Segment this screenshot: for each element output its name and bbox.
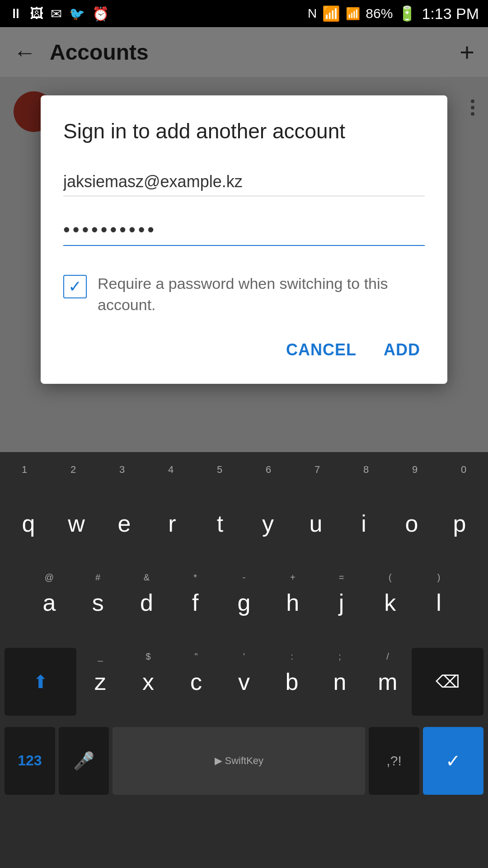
dialog-title: Sign in to add another account: [63, 118, 425, 145]
image-icon: 🖼: [30, 6, 43, 21]
key-hint-5: 5: [195, 458, 244, 481]
key-hint-7: 7: [293, 458, 342, 481]
space-key[interactable]: ▶ SwiftKey: [113, 727, 365, 795]
key-hint-4: 4: [146, 458, 195, 481]
key-m[interactable]: /m: [364, 648, 412, 716]
mail-icon: ✉: [51, 6, 62, 22]
require-password-checkbox[interactable]: ✓: [63, 275, 87, 298]
key-hint-0: 0: [439, 458, 488, 481]
status-time: 1:13 PM: [422, 5, 479, 23]
signal-icon: 📶: [346, 7, 360, 21]
dialog-overlay: Sign in to add another account ✓ Require…: [0, 27, 488, 452]
key-a[interactable]: @a: [25, 569, 74, 637]
key-e[interactable]: e: [100, 490, 148, 557]
status-left-icons: ⏸ 🖼 ✉ 🐦 ⏰: [9, 6, 109, 22]
status-right-icons: N 📶 📶 86% 🔋 1:13 PM: [308, 5, 479, 23]
key-d[interactable]: &d: [122, 569, 171, 637]
key-hint-8: 8: [342, 458, 390, 481]
key-h[interactable]: +h: [268, 569, 317, 637]
swiftkey-logo: ▶ SwiftKey: [215, 755, 264, 767]
key-n[interactable]: ;n: [316, 648, 364, 716]
key-hint-1: 1: [0, 458, 49, 481]
key-z[interactable]: _z: [76, 648, 124, 716]
twitter-icon: 🐦: [69, 6, 85, 21]
battery-icon: 🔋: [398, 5, 416, 22]
checkbox-label-text: Require a password when switching to thi…: [98, 273, 425, 316]
key-u[interactable]: u: [292, 490, 340, 557]
microphone-key[interactable]: 🎤: [59, 727, 109, 795]
password-input[interactable]: [63, 214, 425, 246]
key-j[interactable]: =j: [317, 569, 366, 637]
key-hint-3: 3: [98, 458, 146, 481]
email-input[interactable]: [63, 168, 425, 196]
battery-percent: 86%: [366, 6, 393, 21]
key-b[interactable]: :b: [268, 648, 316, 716]
shift-key[interactable]: ⬆: [5, 648, 76, 716]
keyboard: 1 2 3 4 5 6 7 8 9 0 q w e r t y u i o p …: [0, 452, 488, 868]
key-g[interactable]: -g: [220, 569, 268, 637]
key-hint-9: 9: [390, 458, 439, 481]
key-i[interactable]: i: [340, 490, 388, 557]
pause-icon: ⏸: [9, 6, 23, 21]
key-s[interactable]: #s: [74, 569, 122, 637]
enter-key[interactable]: ✓: [423, 727, 483, 795]
add-button[interactable]: ADD: [379, 334, 425, 366]
keyboard-bottom-row: 123 🎤 ▶ SwiftKey ,?! ✓: [0, 721, 488, 800]
period-key[interactable]: ,?!: [369, 727, 419, 795]
key-f[interactable]: *f: [171, 569, 220, 637]
key-q[interactable]: q: [5, 490, 52, 557]
dialog-actions: CANCEL ADD: [63, 334, 425, 366]
key-k[interactable]: (k: [366, 569, 414, 637]
key-p[interactable]: p: [436, 490, 483, 557]
key-o[interactable]: o: [388, 490, 436, 557]
checkmark-icon: ✓: [68, 277, 82, 296]
key-t[interactable]: t: [196, 490, 244, 557]
keyboard-row-3: ⬆ _z $x "c 'v :b ;n /m ⌫: [0, 642, 488, 721]
email-input-group: [63, 168, 425, 210]
background-app: ← Accounts + Sign in to add another acco…: [0, 27, 488, 452]
password-input-group: [63, 214, 425, 259]
key-y[interactable]: y: [244, 490, 292, 557]
key-hint-6: 6: [244, 458, 293, 481]
key-l[interactable]: )l: [414, 569, 463, 637]
key-x[interactable]: $x: [124, 648, 172, 716]
key-123[interactable]: 123: [5, 727, 55, 795]
wifi-icon: 📶: [322, 5, 340, 22]
key-v[interactable]: 'v: [220, 648, 268, 716]
key-c[interactable]: "c: [172, 648, 220, 716]
keyboard-row-2: @a #s &d *f -g +h =j (k )l: [0, 563, 488, 642]
keyboard-row-1: q w e r t y u i o p: [0, 484, 488, 563]
alarm-icon: ⏰: [92, 6, 109, 22]
key-r[interactable]: r: [148, 490, 196, 557]
require-password-row: ✓ Require a password when switching to t…: [63, 273, 425, 316]
sign-in-dialog: Sign in to add another account ✓ Require…: [41, 95, 447, 384]
nfc-icon: N: [308, 6, 317, 21]
key-hint-2: 2: [49, 458, 98, 481]
status-bar: ⏸ 🖼 ✉ 🐦 ⏰ N 📶 📶 86% 🔋 1:13 PM: [0, 0, 488, 27]
keyboard-numbers-row: 1 2 3 4 5 6 7 8 9 0: [0, 452, 488, 484]
key-w[interactable]: w: [52, 490, 100, 557]
backspace-key[interactable]: ⌫: [412, 648, 483, 716]
cancel-button[interactable]: CANCEL: [282, 334, 361, 366]
